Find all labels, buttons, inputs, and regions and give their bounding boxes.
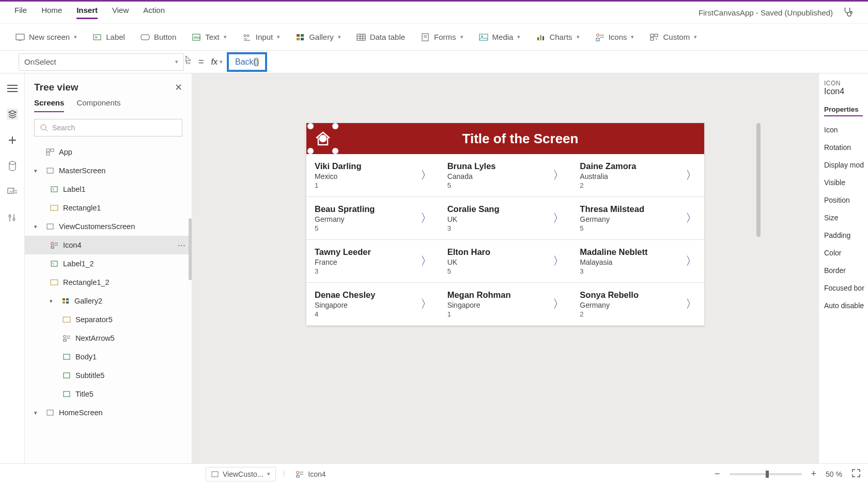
tree-node-separator5[interactable]: Separator5 xyxy=(25,310,192,329)
close-icon[interactable]: ✕ xyxy=(175,82,182,93)
media-dropdown[interactable]: Media▾ xyxy=(479,33,521,42)
prop-row-auto-disable[interactable]: Auto disable xyxy=(824,301,863,310)
input-dropdown[interactable]: Input▾ xyxy=(242,33,280,42)
next-arrow-icon[interactable]: 〉 xyxy=(553,168,564,183)
tree-node-app[interactable]: App xyxy=(25,143,192,161)
next-arrow-icon[interactable]: 〉 xyxy=(421,210,432,226)
datatable-button[interactable]: Data table xyxy=(357,33,405,42)
prop-row-rotation[interactable]: Rotation xyxy=(824,143,863,152)
menu-home[interactable]: Home xyxy=(41,6,62,19)
menu-insert[interactable]: Insert xyxy=(76,6,98,19)
zoom-in-button[interactable]: + xyxy=(811,468,817,479)
prop-row-icon[interactable]: Icon xyxy=(824,126,863,134)
prop-row-position[interactable]: Position xyxy=(824,196,863,204)
hamburger-icon[interactable] xyxy=(7,83,18,94)
label-button[interactable]: Label xyxy=(92,33,125,42)
prop-row-size[interactable]: Size xyxy=(824,214,863,222)
next-arrow-icon[interactable]: 〉 xyxy=(686,210,697,226)
screen-preview[interactable]: Title of the Screen Viki Darling Mexico … xyxy=(306,123,704,326)
custom-dropdown[interactable]: + Custom▾ xyxy=(649,33,697,42)
gallery-cell[interactable]: Coralie Sang UK 3 〉 xyxy=(439,197,572,240)
diagnostics-icon[interactable] xyxy=(842,6,854,19)
fx-chevron-icon[interactable]: ▾ xyxy=(220,58,223,65)
prop-row-padding[interactable]: Padding xyxy=(824,231,863,239)
button-insert[interactable]: Button xyxy=(141,33,176,42)
tree-node-masterscreen[interactable]: ▾ MasterScreen xyxy=(25,161,192,180)
tree-node-rectangle1-2[interactable]: Rectangle1_2 xyxy=(25,273,192,292)
next-arrow-icon[interactable]: 〉 xyxy=(686,253,697,269)
icons-dropdown[interactable]: Icons▾ xyxy=(595,33,634,42)
next-arrow-icon[interactable]: 〉 xyxy=(686,168,697,183)
zoom-slider[interactable] xyxy=(730,473,802,475)
menu-action[interactable]: Action xyxy=(143,6,165,19)
forms-dropdown[interactable]: Forms▾ xyxy=(421,33,463,42)
plus-icon[interactable] xyxy=(7,134,18,146)
prop-row-color[interactable]: Color xyxy=(824,249,863,257)
charts-dropdown[interactable]: Charts▾ xyxy=(536,33,579,42)
fit-screen-icon[interactable] xyxy=(851,468,861,479)
tree-scrollbar[interactable] xyxy=(189,218,192,280)
next-arrow-icon[interactable]: 〉 xyxy=(553,296,564,312)
tree-node-gallery2[interactable]: ▾ Gallery2 xyxy=(25,292,192,310)
gallery-cell[interactable]: Sonya Rebello Germany 2 〉 xyxy=(571,283,704,326)
next-arrow-icon[interactable]: 〉 xyxy=(553,210,564,226)
tree-node-body1[interactable]: Body1 xyxy=(25,347,192,366)
breadcrumb-separator-icon: 〉 xyxy=(282,470,289,479)
menu-view[interactable]: View xyxy=(112,6,129,19)
gallery-cell[interactable]: Bruna Lyles Canada 5 〉 xyxy=(439,154,572,197)
tree-search-input[interactable]: Search xyxy=(34,119,182,137)
next-arrow-icon[interactable]: 〉 xyxy=(421,253,432,269)
gallery-cell[interactable]: Beau Spratling Germany 5 〉 xyxy=(306,197,439,240)
svg-rect-1 xyxy=(16,34,24,40)
tree-node-icon4[interactable]: Icon4 ⋯ xyxy=(25,236,192,254)
next-arrow-icon[interactable]: 〉 xyxy=(553,253,564,269)
tab-components[interactable]: Components xyxy=(76,98,120,112)
tree-node-nextarrow5[interactable]: NextArrow5 xyxy=(25,329,192,347)
tree-node-viewcustomers[interactable]: ▾ ViewCustomersScreen xyxy=(25,217,192,236)
tree-node-subtitle5[interactable]: Subtitle5 xyxy=(25,366,192,385)
gallery-cell[interactable]: Megan Rohman Singapore 1 〉 xyxy=(439,283,572,326)
svg-line-5 xyxy=(96,36,97,38)
layers-icon[interactable] xyxy=(7,109,18,120)
canvas-scrollbar[interactable] xyxy=(756,123,761,237)
canvas-area[interactable]: Title of the Screen Viki Darling Mexico … xyxy=(192,73,818,463)
gallery-cell[interactable]: Thresa Milstead Germany 5 〉 xyxy=(571,197,704,240)
next-arrow-icon[interactable]: 〉 xyxy=(421,296,432,312)
tree-node-homescreen[interactable]: ▾ HomeScreen xyxy=(25,403,192,422)
gallery-cell[interactable]: Elton Haro UK 5 〉 xyxy=(439,240,572,283)
menu-file[interactable]: File xyxy=(14,6,27,19)
prop-row-visible[interactable]: Visible xyxy=(824,178,863,187)
prop-row-border[interactable]: Border xyxy=(824,266,863,275)
home-icon-selected[interactable] xyxy=(309,125,336,152)
gallery-dropdown[interactable]: Gallery▾ xyxy=(296,33,341,42)
gallery-cell[interactable]: Tawny Leeder France 3 〉 xyxy=(306,240,439,283)
tree-node-title5[interactable]: Title5 xyxy=(25,385,192,403)
database-icon[interactable] xyxy=(7,160,18,172)
cell-body: 5 xyxy=(315,224,431,232)
menu-items: File Home Insert View Action xyxy=(14,6,165,19)
formula-input[interactable]: Back() xyxy=(227,52,267,72)
gallery-cell[interactable]: Madaline Neblett Malayasia 3 〉 xyxy=(571,240,704,283)
property-selector[interactable]: OnSelect ▾ xyxy=(19,53,184,71)
next-arrow-icon[interactable]: 〉 xyxy=(686,296,697,312)
gallery-cell[interactable]: Viki Darling Mexico 1 〉 xyxy=(306,154,439,197)
media-rail-icon[interactable] xyxy=(7,186,18,198)
new-screen-button[interactable]: New screen▾ xyxy=(16,33,77,42)
breadcrumb-item[interactable]: Icon4 xyxy=(296,470,326,478)
settings-icon[interactable] xyxy=(7,212,18,223)
properties-tab[interactable]: Properties xyxy=(824,105,863,116)
tree-node-label1[interactable]: Label1 xyxy=(25,180,192,199)
tree-node-rectangle1[interactable]: Rectangle1 xyxy=(25,199,192,217)
text-dropdown[interactable]: Abc Text▾ xyxy=(192,33,227,42)
zoom-out-button[interactable]: − xyxy=(715,468,720,479)
tab-screens[interactable]: Screens xyxy=(34,98,64,112)
gallery-cell[interactable]: Denae Chesley Singapore 4 〉 xyxy=(306,283,439,326)
more-icon[interactable]: ⋯ xyxy=(178,241,185,249)
fx-label[interactable]: fx xyxy=(211,57,218,67)
tree-node-label1-2[interactable]: Label1_2 xyxy=(25,254,192,273)
prop-row-focused-border[interactable]: Focused bor xyxy=(824,284,863,292)
breadcrumb-screen-select[interactable]: ViewCusto... ▾ xyxy=(206,467,276,481)
gallery-cell[interactable]: Daine Zamora Australia 2 〉 xyxy=(571,154,704,197)
next-arrow-icon[interactable]: 〉 xyxy=(421,168,432,183)
prop-row-display-mode[interactable]: Display mod xyxy=(824,161,863,169)
